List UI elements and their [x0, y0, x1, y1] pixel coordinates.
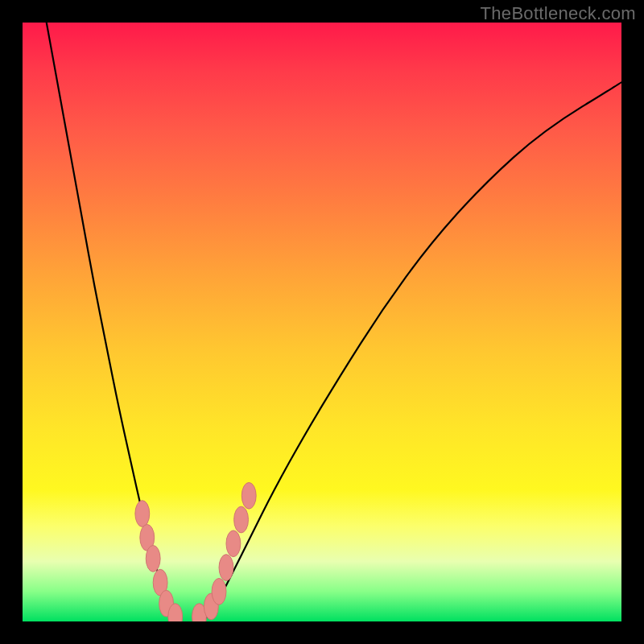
highlight-marker — [242, 482, 256, 509]
highlight-markers — [135, 482, 256, 621]
highlight-marker — [212, 578, 226, 605]
highlight-marker — [234, 506, 249, 533]
highlight-marker — [226, 530, 241, 557]
chart-plot — [23, 23, 621, 621]
curve-left-branch — [47, 23, 179, 621]
highlight-marker — [135, 501, 150, 527]
highlight-marker — [219, 555, 233, 581]
highlight-marker — [146, 546, 160, 572]
chart-frame — [23, 23, 621, 621]
watermark-text: TheBottleneck.com — [481, 3, 636, 24]
curve-right-branch — [202, 82, 621, 621]
